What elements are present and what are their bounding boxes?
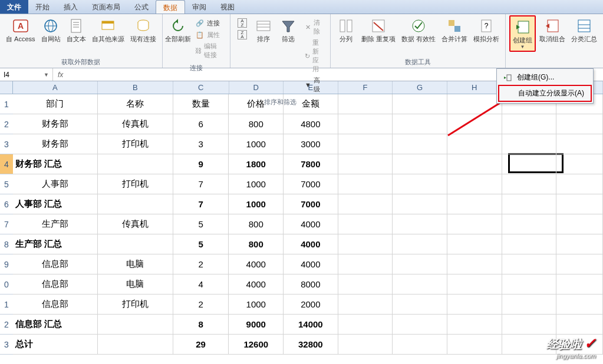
cell[interactable]: 7800 bbox=[284, 154, 338, 174]
cell[interactable]: 4000 bbox=[284, 214, 338, 234]
cells-area[interactable]: 部门名称数量价格金额财务部传真机68004800财务部打印机310003000财… bbox=[13, 94, 603, 355]
cell[interactable] bbox=[502, 194, 557, 214]
create-group-button[interactable]: 创建组 ▼ bbox=[509, 15, 536, 52]
cell[interactable] bbox=[338, 315, 393, 335]
cell[interactable] bbox=[447, 194, 502, 214]
sort-button[interactable]: 排序 bbox=[252, 15, 275, 44]
text-to-cols-button[interactable]: 分列 bbox=[334, 15, 358, 44]
cell[interactable]: 财务部 汇总 bbox=[13, 154, 98, 174]
cell[interactable] bbox=[338, 234, 393, 254]
col-header-G[interactable]: G bbox=[393, 81, 447, 94]
cell[interactable]: 4000 bbox=[284, 234, 338, 254]
cell[interactable] bbox=[447, 294, 502, 315]
cell[interactable]: 2 bbox=[173, 294, 229, 315]
cell[interactable] bbox=[556, 294, 603, 315]
cell[interactable]: 信息部 bbox=[13, 274, 98, 294]
cell[interactable] bbox=[338, 335, 393, 355]
cell[interactable] bbox=[447, 234, 502, 254]
cell[interactable] bbox=[393, 174, 447, 194]
cell[interactable]: 3 bbox=[173, 134, 229, 154]
from-access-button[interactable]: A 自 Access bbox=[4, 15, 38, 44]
col-header-B[interactable]: B bbox=[98, 81, 173, 94]
cell[interactable] bbox=[447, 174, 502, 194]
cell[interactable]: 人事部 汇总 bbox=[13, 194, 98, 214]
cell[interactable]: 4 bbox=[173, 274, 229, 294]
cell[interactable] bbox=[338, 214, 393, 234]
cell[interactable]: 5 bbox=[173, 214, 229, 234]
name-box[interactable]: I4 ▼ bbox=[0, 68, 53, 81]
cell[interactable]: 9 bbox=[173, 154, 229, 174]
cell[interactable]: 4800 bbox=[284, 114, 338, 134]
cell[interactable] bbox=[502, 154, 557, 174]
cell[interactable]: 1000 bbox=[229, 194, 284, 214]
tab-data[interactable]: 数据 bbox=[156, 0, 185, 14]
cell[interactable] bbox=[556, 174, 603, 194]
cell[interactable] bbox=[338, 114, 393, 134]
cell[interactable]: 7 bbox=[173, 174, 229, 194]
cell[interactable] bbox=[556, 114, 603, 134]
cell[interactable]: 1000 bbox=[229, 134, 284, 154]
cell[interactable]: 5 bbox=[173, 234, 229, 254]
cell[interactable] bbox=[393, 194, 447, 214]
cell[interactable] bbox=[98, 315, 173, 335]
cell[interactable]: 打印机 bbox=[98, 174, 173, 194]
row-header[interactable]: 2 bbox=[0, 114, 13, 134]
cell[interactable]: 电脑 bbox=[98, 274, 173, 294]
cell[interactable] bbox=[393, 315, 447, 335]
cell[interactable]: 数量 bbox=[173, 94, 229, 114]
cell[interactable]: 1000 bbox=[229, 294, 284, 315]
row-header[interactable]: 1 bbox=[0, 294, 13, 315]
cell[interactable] bbox=[502, 254, 557, 274]
cell[interactable]: 名称 bbox=[98, 94, 173, 114]
cell[interactable] bbox=[393, 134, 447, 154]
cell[interactable] bbox=[338, 194, 393, 214]
cell[interactable] bbox=[556, 154, 603, 174]
cell[interactable] bbox=[556, 194, 603, 214]
edit-links-button[interactable]: ⛓编辑链接 bbox=[193, 41, 225, 60]
cell[interactable]: 4000 bbox=[284, 254, 338, 274]
row-header[interactable]: 8 bbox=[0, 234, 13, 254]
cell[interactable]: 金额 bbox=[284, 94, 338, 114]
cell[interactable]: 1000 bbox=[229, 174, 284, 194]
cell[interactable] bbox=[447, 254, 502, 274]
cell[interactable]: 7000 bbox=[284, 194, 338, 214]
cell[interactable]: 价格 bbox=[229, 94, 284, 114]
cell[interactable] bbox=[393, 234, 447, 254]
cell[interactable] bbox=[98, 234, 173, 254]
cell[interactable] bbox=[393, 154, 447, 174]
cell[interactable]: 2 bbox=[173, 254, 229, 274]
reapply-button[interactable]: ↻重新应用 bbox=[302, 38, 325, 74]
cell[interactable]: 3000 bbox=[284, 134, 338, 154]
cell[interactable]: 财务部 bbox=[13, 114, 98, 134]
remove-dup-button[interactable]: 删除 重复项 bbox=[359, 15, 398, 44]
clear-filter-button[interactable]: ✕清除 bbox=[302, 18, 325, 37]
col-header-C[interactable]: C bbox=[173, 81, 229, 94]
sort-asc-button[interactable]: AZ bbox=[235, 18, 249, 28]
cell[interactable]: 4000 bbox=[229, 274, 284, 294]
from-text-button[interactable]: 自文本 bbox=[64, 15, 88, 44]
cell[interactable]: 生产部 汇总 bbox=[13, 234, 98, 254]
cell[interactable]: 总计 bbox=[13, 335, 98, 355]
cell[interactable] bbox=[393, 274, 447, 294]
cell[interactable]: 8 bbox=[173, 315, 229, 335]
cell[interactable]: 2000 bbox=[284, 294, 338, 315]
cell[interactable]: 32800 bbox=[284, 335, 338, 355]
from-web-button[interactable]: 自网站 bbox=[39, 15, 63, 44]
consolidate-button[interactable]: 合并计算 bbox=[439, 15, 470, 44]
cell[interactable] bbox=[98, 154, 173, 174]
cell[interactable] bbox=[338, 154, 393, 174]
from-other-button[interactable]: 自其他来源 bbox=[90, 15, 127, 44]
tab-layout[interactable]: 页面布局 bbox=[85, 0, 127, 14]
cell[interactable]: 生产部 bbox=[13, 214, 98, 234]
cell[interactable] bbox=[393, 94, 447, 114]
row-header[interactable]: 4 bbox=[0, 154, 13, 174]
tab-view[interactable]: 视图 bbox=[213, 0, 242, 14]
cell[interactable] bbox=[338, 254, 393, 274]
cell[interactable] bbox=[447, 214, 502, 234]
cell[interactable]: 打印机 bbox=[98, 134, 173, 154]
cell[interactable]: 6 bbox=[173, 114, 229, 134]
cell[interactable] bbox=[447, 315, 502, 335]
menu-auto-outline[interactable]: 自动建立分级显示(A) bbox=[498, 85, 592, 102]
name-box-dropdown-icon[interactable]: ▼ bbox=[44, 72, 49, 78]
cell[interactable]: 29 bbox=[173, 335, 229, 355]
